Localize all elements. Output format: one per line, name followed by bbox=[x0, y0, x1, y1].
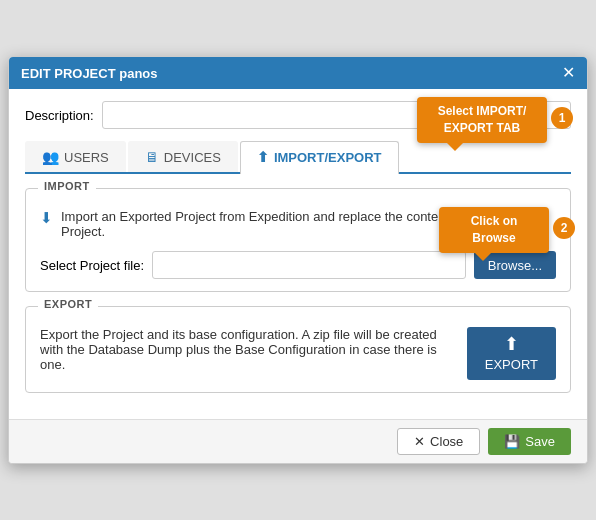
tab-users[interactable]: 👥 USERS bbox=[25, 141, 126, 172]
callout-1-badge: 1 bbox=[551, 107, 573, 129]
callout-2: Click on Browse bbox=[439, 207, 549, 253]
file-select-label: Select Project file: bbox=[40, 258, 144, 273]
devices-icon: 🖥 bbox=[145, 149, 159, 165]
close-label: Close bbox=[430, 434, 463, 449]
modal-footer: ✕ Close 💾 Save bbox=[9, 419, 587, 463]
close-button[interactable]: ✕ Close bbox=[397, 428, 480, 455]
tab-bar: 👥 USERS 🖥 DEVICES ⬆ IMPORT/EXPORT bbox=[25, 141, 571, 174]
project-file-input[interactable] bbox=[152, 251, 466, 279]
modal-title: EDIT PROJECT panos bbox=[21, 66, 158, 81]
save-button[interactable]: 💾 Save bbox=[488, 428, 571, 455]
import-icon: ⬇ bbox=[40, 209, 53, 227]
save-label: Save bbox=[525, 434, 555, 449]
users-icon: 👥 bbox=[42, 149, 59, 165]
tab-users-label: USERS bbox=[64, 150, 109, 165]
save-icon: 💾 bbox=[504, 434, 520, 449]
export-button[interactable]: ⬆ EXPORT bbox=[467, 327, 556, 380]
export-section: EXPORT Export the Project and its base c… bbox=[25, 306, 571, 393]
export-description-row: Export the Project and its base configur… bbox=[40, 327, 556, 380]
export-up-icon: ⬆ bbox=[504, 335, 519, 353]
tab-devices-label: DEVICES bbox=[164, 150, 221, 165]
modal-body: Select IMPORT/ EXPORT TAB 1 Description:… bbox=[9, 89, 587, 419]
edit-project-modal: EDIT PROJECT panos ✕ Select IMPORT/ EXPO… bbox=[8, 56, 588, 464]
tab-importexport[interactable]: ⬆ IMPORT/EXPORT bbox=[240, 141, 399, 174]
modal-close-button[interactable]: ✕ bbox=[562, 65, 575, 81]
export-section-title: EXPORT bbox=[38, 298, 98, 310]
importexport-icon: ⬆ bbox=[257, 149, 269, 165]
import-section-title: IMPORT bbox=[38, 180, 96, 192]
export-button-label: EXPORT bbox=[485, 357, 538, 372]
callout-2-badge: 2 bbox=[553, 217, 575, 239]
export-description-text: Export the Project and its base configur… bbox=[40, 327, 455, 372]
callout-1: Select IMPORT/ EXPORT TAB bbox=[417, 97, 547, 143]
close-icon: ✕ bbox=[414, 434, 425, 449]
tab-devices[interactable]: 🖥 DEVICES bbox=[128, 141, 238, 172]
description-label: Description: bbox=[25, 108, 94, 123]
modal-header: EDIT PROJECT panos ✕ bbox=[9, 57, 587, 89]
tab-importexport-label: IMPORT/EXPORT bbox=[274, 150, 382, 165]
